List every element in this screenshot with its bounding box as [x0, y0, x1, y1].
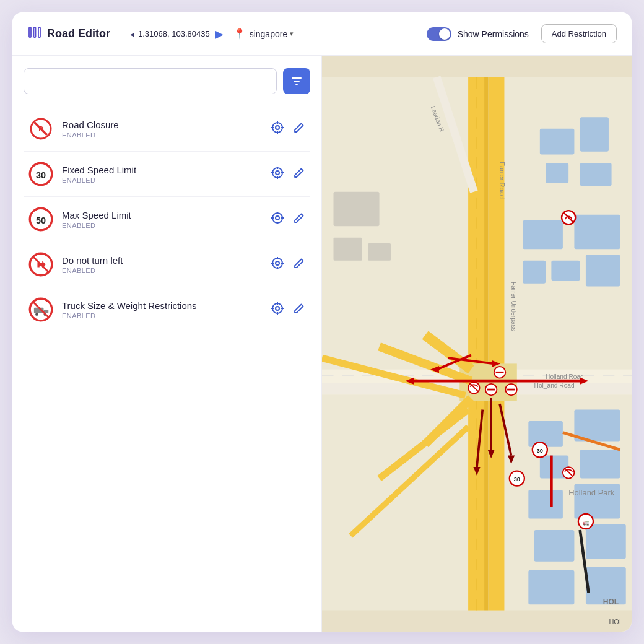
coords-arrow-icon: ◂	[130, 29, 134, 39]
show-permissions-label: Show Permissions	[458, 29, 529, 39]
svg-rect-62	[528, 421, 563, 447]
header: Road Editor ◂ 1.31068, 103.80435 ▶ 📍 sin…	[12, 12, 632, 56]
truck-info: Truck Size & Weight Restrictions ENABLED	[62, 300, 262, 320]
location-name: singapore	[250, 29, 288, 39]
location-pin-icon: 📍	[233, 28, 246, 40]
svg-text:Farrer Road: Farrer Road	[498, 162, 506, 199]
svg-text:Holland Park: Holland Park	[568, 488, 615, 497]
svg-text:Farrer Underpass: Farrer Underpass	[510, 282, 517, 331]
no-left-locate-button[interactable]	[271, 256, 284, 273]
fixed-speed-info: Fixed Speed Limit ENABLED	[62, 165, 262, 184]
restriction-item-fixed-speed: 30 Fixed Speed Limit ENABLED	[24, 152, 310, 197]
truck-edit-button[interactable]	[293, 302, 305, 318]
location-dropdown[interactable]: singapore ▾	[250, 29, 294, 39]
svg-rect-51	[334, 238, 362, 261]
map-attribution: HOL	[609, 618, 623, 625]
location-selector[interactable]: 📍 singapore ▾	[233, 28, 294, 40]
svg-rect-59	[523, 261, 546, 284]
truck-name: Truck Size & Weight Restrictions	[62, 300, 262, 311]
svg-rect-65	[580, 450, 620, 478]
svg-text:50: 50	[36, 215, 46, 225]
svg-rect-68	[534, 530, 575, 562]
fixed-speed-actions	[271, 166, 305, 183]
svg-rect-58	[574, 215, 620, 250]
svg-point-23	[276, 216, 279, 220]
svg-rect-50	[334, 192, 380, 227]
show-permissions-toggle[interactable]	[427, 27, 451, 41]
road-closure-info: Road Closure ENABLED	[62, 120, 262, 139]
search-input[interactable]	[24, 68, 277, 94]
restriction-item-max-speed: 50 Max Speed Limit ENABLED	[24, 197, 310, 242]
road-closure-edit-button[interactable]	[293, 121, 305, 137]
page-title: Road Editor	[47, 27, 110, 40]
toggle-knob	[439, 28, 450, 40]
search-row	[24, 68, 310, 94]
no-left-edit-button[interactable]	[293, 257, 305, 272]
svg-point-43	[276, 307, 279, 310]
road-editor-icon	[27, 25, 42, 43]
svg-text:HOL: HOL	[603, 598, 619, 606]
truck-locate-button[interactable]	[271, 302, 284, 318]
map-svg: Holland Park HOL Farrer Road Farrer Unde…	[322, 56, 632, 632]
svg-rect-69	[586, 524, 626, 559]
sidebar: P Road Closure ENABLED	[12, 56, 322, 632]
road-closure-locate-button[interactable]	[271, 121, 284, 137]
road-closure-status: ENABLED	[62, 131, 262, 139]
svg-rect-2	[38, 27, 40, 37]
svg-rect-56	[580, 163, 612, 186]
max-speed-icon: 50	[28, 207, 53, 232]
fixed-speed-locate-button[interactable]	[271, 166, 284, 183]
chevron-down-icon: ▾	[290, 30, 294, 38]
fixed-speed-edit-button[interactable]	[293, 167, 305, 182]
svg-rect-52	[368, 243, 391, 261]
max-speed-actions	[271, 211, 305, 228]
svg-rect-55	[546, 163, 568, 183]
svg-rect-61	[586, 255, 620, 286]
fixed-speed-name: Fixed Speed Limit	[62, 165, 262, 175]
no-left-actions	[271, 256, 305, 273]
svg-rect-1	[34, 27, 36, 37]
app-container: Road Editor ◂ 1.31068, 103.80435 ▶ 📍 sin…	[12, 12, 632, 632]
main-content: P Road Closure ENABLED	[12, 56, 632, 632]
restriction-item-no-left: Do not turn left ENABLED	[24, 242, 310, 287]
svg-rect-75	[489, 77, 505, 610]
svg-text:30: 30	[537, 448, 543, 454]
fixed-speed-icon: 30	[28, 162, 53, 186]
svg-point-14	[272, 168, 282, 178]
svg-text:30: 30	[514, 476, 520, 482]
truck-status: ENABLED	[62, 312, 262, 320]
svg-point-31	[276, 261, 279, 265]
no-left-info: Do not turn left ENABLED	[62, 255, 262, 274]
svg-point-15	[276, 171, 279, 175]
svg-rect-76	[484, 77, 488, 610]
coordinates-display: ◂ 1.31068, 103.80435	[130, 29, 210, 39]
svg-point-6	[272, 123, 282, 133]
coords-text: 1.31068, 103.80435	[138, 29, 210, 38]
restriction-item-road-closure: P Road Closure ENABLED	[24, 107, 310, 152]
add-restriction-button[interactable]: Add Restriction	[541, 24, 617, 43]
svg-rect-54	[580, 117, 609, 152]
svg-text:Holland Road: Holland Road	[546, 373, 584, 380]
fixed-speed-status: ENABLED	[62, 176, 262, 184]
svg-rect-70	[528, 570, 574, 605]
filter-button[interactable]	[283, 68, 310, 94]
svg-text:Hol_and Road: Hol_and Road	[534, 382, 575, 389]
svg-text:P: P	[38, 125, 43, 133]
svg-point-7	[276, 126, 279, 129]
road-closure-name: Road Closure	[62, 120, 262, 130]
no-left-turn-icon	[28, 252, 53, 277]
svg-rect-63	[574, 409, 620, 441]
max-speed-status: ENABLED	[62, 222, 262, 229]
nav-forward-icon[interactable]: ▶	[215, 27, 224, 41]
map-area[interactable]: Holland Park HOL Farrer Road Farrer Unde…	[322, 56, 632, 632]
truck-actions	[271, 302, 305, 318]
max-speed-name: Max Speed Limit	[62, 210, 262, 220]
no-left-status: ENABLED	[62, 267, 262, 274]
max-speed-info: Max Speed Limit ENABLED	[62, 210, 262, 229]
svg-rect-60	[551, 261, 580, 281]
map-canvas: Holland Park HOL Farrer Road Farrer Unde…	[322, 56, 632, 632]
svg-text:30: 30	[36, 170, 46, 180]
max-speed-edit-button[interactable]	[293, 212, 305, 227]
no-left-name: Do not turn left	[62, 255, 262, 266]
max-speed-locate-button[interactable]	[271, 211, 284, 228]
